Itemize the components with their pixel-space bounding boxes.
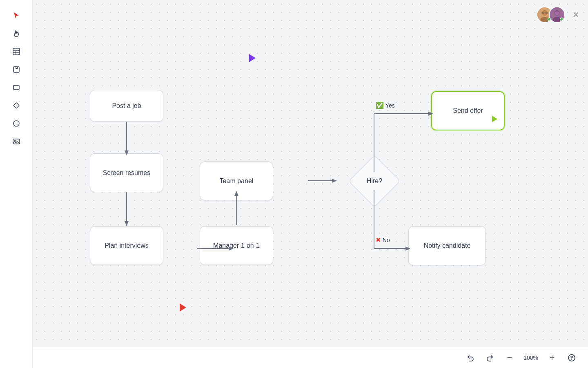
diamond-tool[interactable] [9, 98, 24, 113]
node-send-offer[interactable]: Send offer [431, 91, 505, 130]
avatar-online-dot2 [560, 18, 564, 21]
no-label: ✖ No [376, 236, 390, 244]
svg-rect-16 [13, 48, 20, 55]
green-cursor-icon [492, 116, 497, 122]
image-tool[interactable] [9, 134, 24, 149]
redo-button[interactable] [483, 351, 497, 364]
circle-tool[interactable] [9, 116, 24, 131]
canvas[interactable]: Post a job Screen resumes Plan interview… [33, 0, 588, 368]
svg-point-38 [571, 359, 572, 360]
table-tool[interactable] [9, 44, 24, 59]
bottom-toolbar: − 100% + [33, 347, 588, 368]
cursor-red-bottom [180, 303, 186, 312]
rectangle-tool[interactable] [9, 80, 24, 95]
node-hire-diamond[interactable]: Hire? [336, 162, 413, 200]
zoom-in-button[interactable]: + [546, 351, 559, 364]
close-button[interactable]: ✕ [570, 9, 581, 20]
left-toolbar [0, 0, 33, 368]
yes-label: ✅ Yes [376, 101, 395, 109]
node-plan-interviews[interactable]: Plan interviews [90, 226, 163, 265]
svg-rect-21 [13, 85, 19, 90]
zoom-level-display: 100% [523, 355, 539, 361]
node-notify-candidate[interactable]: Notify candidate [408, 226, 486, 265]
hand-tool[interactable] [9, 26, 24, 41]
svg-point-23 [13, 121, 19, 126]
undo-button[interactable] [464, 351, 477, 364]
collaborator-avatars [537, 7, 565, 23]
cursor-tool[interactable] [9, 8, 24, 23]
svg-rect-20 [13, 67, 19, 72]
node-screen-resumes[interactable]: Screen resumes [90, 153, 163, 192]
svg-marker-3 [125, 221, 129, 226]
zoom-out-button[interactable]: − [503, 351, 516, 364]
cursor-purple-top [249, 54, 256, 62]
svg-point-25 [14, 140, 16, 141]
avatar-user2 [549, 7, 565, 23]
node-team-panel[interactable]: Team panel [200, 162, 273, 200]
top-right-controls: ✕ [537, 7, 581, 23]
help-button[interactable] [565, 351, 578, 364]
node-post-job[interactable]: Post a job [90, 90, 163, 122]
svg-rect-24 [13, 139, 20, 144]
svg-rect-22 [13, 103, 19, 108]
sticky-tool[interactable] [9, 62, 24, 77]
node-manager-1on1[interactable]: Manager 1-on-1 [200, 226, 273, 265]
